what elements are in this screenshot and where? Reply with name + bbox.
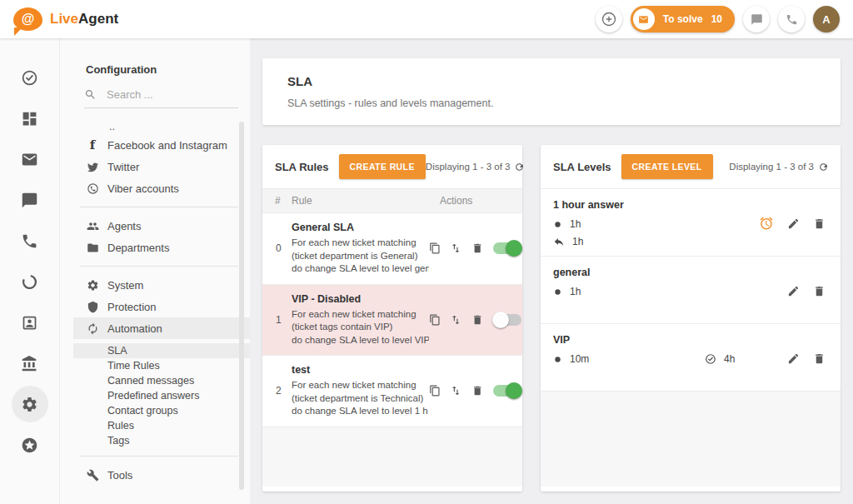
copy-icon[interactable] [429,384,441,397]
first-answer-time: 10m [553,353,699,365]
level-actions [787,334,829,382]
rules-table-header: # Rule Actions [262,188,522,213]
shield-icon [86,300,99,313]
rail-tickets[interactable] [20,149,40,169]
rail-calls[interactable] [20,231,40,251]
reorder-icon[interactable] [450,242,461,255]
refresh-icon[interactable] [818,162,829,172]
sidebar-title: Configuration [86,63,250,76]
sidebar-item-sla[interactable]: SLA [73,343,250,358]
liveagent-logo[interactable]: @ LiveAgent [13,7,118,31]
pencil-icon[interactable] [787,352,800,365]
twitter-icon [86,160,99,173]
check-circle-icon [705,353,716,365]
enable-toggle[interactable] [492,240,522,257]
column-num: # [262,195,292,207]
progress-ring-icon [21,273,38,291]
level-summary: VIP 10m 4h [553,334,787,382]
column-actions: Actions [429,195,522,207]
to-solve-button[interactable]: To solve 10 [631,6,735,32]
chat-icon [751,13,763,26]
sidebar-item-departments[interactable]: Departments [60,237,250,258]
phone-icon [21,232,38,250]
sidebar-item-viber[interactable]: Viber accounts [60,177,250,199]
copy-icon[interactable] [429,242,441,255]
level-row: VIP 10m 4h [541,323,841,391]
trash-icon[interactable] [813,285,826,297]
sidebar-item-contact-groups[interactable]: Contact groups [60,403,250,418]
contact-card-icon [21,314,38,332]
rail-status[interactable] [20,272,40,292]
add-button[interactable] [596,6,622,32]
avatar[interactable]: A [813,6,840,32]
create-level-button[interactable]: CREATE LEVEL [621,154,713,179]
sidebar-item-system[interactable]: System [60,274,250,296]
chat-icon [21,192,38,209]
sidebar-item-rules[interactable]: Rules [60,418,250,433]
trash-icon[interactable] [471,384,483,397]
sidebar-item-tags[interactable]: Tags [60,433,250,448]
alarm-icon[interactable] [759,216,774,231]
sidebar-item-predefined-answers[interactable]: Predefined answers [60,388,250,403]
menu-group-settings: System Protection Automation SLA Time Ru… [60,267,250,456]
rule-title: General SLA [292,222,429,233]
calls-button[interactable] [778,6,805,32]
main-content: SLA SLA settings - rules and levels mana… [250,38,853,504]
rule-row: 0 General SLA For each new ticket matchi… [262,213,522,285]
sidebar-item-canned-messages[interactable]: Canned messages [60,373,250,388]
search-input[interactable] [107,88,215,101]
sidebar-item-collapsed[interactable]: .. [60,119,250,134]
rail-resolved-tickets[interactable] [20,67,40,87]
reorder-icon[interactable] [450,313,461,327]
first-answer-time: 1h [553,286,787,297]
levels-empty-footer [541,391,841,487]
sidebar-item-time-rules[interactable]: Time Rules [60,358,250,373]
rule-summary: VIP - Disabled For each new ticket match… [292,285,429,356]
trash-icon[interactable] [813,217,826,230]
pencil-icon[interactable] [787,285,800,297]
top-header: @ LiveAgent To solve 10 A [0,0,853,38]
rail-settings[interactable] [12,386,48,422]
brand-live: Live [50,11,78,27]
next-answer-time: 1h [553,236,759,247]
rail-customers[interactable] [20,312,40,332]
rule-summary: test For each new ticket matching (ticke… [292,356,429,427]
reorder-icon[interactable] [450,384,461,397]
viber-icon [86,182,99,195]
enable-toggle[interactable] [492,312,522,328]
sidebar-item-automation[interactable]: Automation [73,317,250,339]
sidebar-item-twitter[interactable]: Twitter [60,156,250,177]
rules-paging-text: Displaying 1 - 3 of 3 [426,162,511,172]
levels-paging-text: Displaying 1 - 3 of 3 [729,162,814,172]
level-row: 1 hour answer 1h 1h [541,188,841,256]
trash-icon[interactable] [813,352,826,365]
level-summary: 1 hour answer 1h 1h [553,199,759,247]
sidebar-item-tools[interactable]: Tools [60,464,250,486]
rail-dashboard[interactable] [20,108,40,128]
trash-icon[interactable] [471,313,483,327]
rule-order: 2 [262,385,292,397]
enable-toggle[interactable] [492,382,522,399]
pencil-icon[interactable] [787,217,800,230]
sync-icon [86,322,99,335]
facebook-icon: f [86,138,99,152]
mail-icon [21,151,38,168]
sidebar-item-agents[interactable]: Agents [60,215,250,237]
sidebar-scrollbar[interactable] [239,122,244,490]
refresh-icon[interactable] [514,162,525,172]
star-circle-icon [21,437,38,454]
rail-academy[interactable] [20,353,40,373]
sidebar-item-protection[interactable]: Protection [60,296,250,317]
rail-chats[interactable] [20,190,40,210]
create-rule-button[interactable]: CREATE RULE [339,154,426,179]
copy-icon[interactable] [429,313,441,327]
rule-summary: General SLA For each new ticket matching… [292,213,429,284]
brand-text: LiveAgent [50,11,118,27]
sidebar-item-facebook[interactable]: f Facebook and Instagram [60,134,250,156]
chats-button[interactable] [743,6,770,32]
menu-group-channels: .. f Facebook and Instagram Twitter Vibe… [60,112,250,207]
search-icon [84,88,97,101]
rule-actions [429,312,522,328]
rail-rewards[interactable] [20,435,40,455]
trash-icon[interactable] [471,242,483,255]
